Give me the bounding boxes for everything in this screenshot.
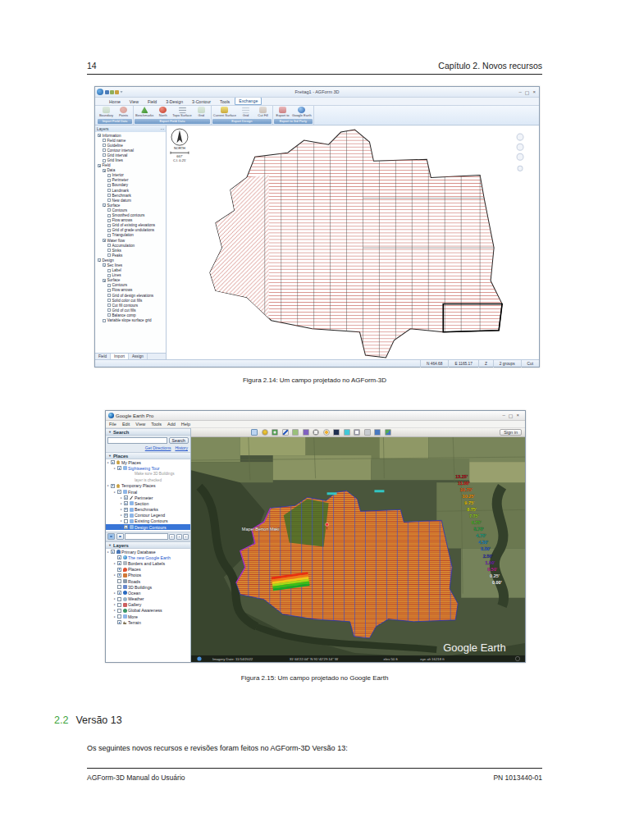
places-panel-header[interactable]: ▼ Places <box>106 452 190 459</box>
places-tree-item[interactable]: Existing Contours <box>106 518 190 524</box>
checkbox-icon[interactable] <box>117 614 121 619</box>
checkbox-icon[interactable] <box>107 229 111 232</box>
layers-tree-item[interactable]: More <box>106 614 190 619</box>
ribbon-tab[interactable]: Tools <box>216 98 234 105</box>
checkbox-icon[interactable] <box>117 620 121 624</box>
star-icon[interactable] <box>116 533 124 540</box>
checkbox-icon[interactable] <box>103 279 106 282</box>
ribbon-tab[interactable]: 3-Design <box>162 98 187 105</box>
ribbon-tab[interactable]: Home <box>105 98 125 105</box>
ribbon-tab[interactable]: 3-Contour <box>188 98 215 105</box>
layers-tree-item[interactable]: The new Google Earth <box>106 555 190 560</box>
checkbox-icon[interactable] <box>103 319 106 322</box>
ribbon-button[interactable]: Cut Fill <box>255 107 271 117</box>
overlay-icon[interactable] <box>292 429 299 436</box>
checkbox-icon[interactable] <box>103 203 106 207</box>
polygon-icon[interactable] <box>272 429 278 436</box>
minimize-button[interactable]: – <box>518 89 521 95</box>
checkbox-icon[interactable] <box>107 284 111 287</box>
checkbox-icon[interactable] <box>107 208 111 212</box>
print-icon[interactable] <box>364 429 371 436</box>
checkbox-icon[interactable] <box>107 299 111 302</box>
search-panel-header[interactable]: ▼ Search <box>106 428 190 436</box>
ribbon-button[interactable]: Topo Surface <box>172 107 192 117</box>
planets-icon[interactable] <box>333 429 340 436</box>
checkbox-icon[interactable] <box>98 258 101 262</box>
menu-item[interactable]: View <box>135 422 145 427</box>
checkbox-icon[interactable] <box>107 249 111 252</box>
checkbox-icon[interactable] <box>107 189 111 192</box>
checkbox-icon[interactable] <box>124 519 128 523</box>
panel-tab[interactable]: Import <box>111 354 129 359</box>
checkbox-icon[interactable] <box>107 269 111 272</box>
checkbox-icon[interactable] <box>124 501 128 505</box>
checkbox-icon[interactable] <box>107 313 111 317</box>
ribbon-button[interactable]: North <box>155 107 171 117</box>
checkbox-icon[interactable] <box>107 253 111 257</box>
checkbox-icon[interactable] <box>117 603 121 607</box>
checkbox-icon[interactable] <box>107 219 111 222</box>
layers-tree-item[interactable]: 3D Buildings <box>106 584 190 590</box>
layer-tree-item[interactable]: Variable slope surface grid <box>95 317 166 322</box>
path-icon[interactable] <box>282 429 289 436</box>
layers-panel-header[interactable]: ▼ Layers <box>106 541 190 549</box>
checkbox-icon[interactable] <box>117 466 121 470</box>
menu-item[interactable]: Add <box>167 422 176 427</box>
checkbox-icon[interactable] <box>107 234 111 237</box>
places-tree-item[interactable]: Design Contours <box>106 524 190 530</box>
checkbox-icon[interactable] <box>117 591 121 595</box>
layers-tree-item[interactable]: Photos <box>106 573 190 578</box>
checkbox-icon[interactable] <box>103 169 106 172</box>
checkbox-icon[interactable] <box>103 148 106 152</box>
checkbox-icon[interactable] <box>111 484 115 488</box>
minimize-button[interactable]: – <box>502 413 504 418</box>
search-places-icon[interactable] <box>107 533 115 540</box>
maximize-button[interactable]: ▢ <box>509 413 514 418</box>
ribbon-button[interactable]: Google Earth <box>292 107 312 117</box>
places-tree-item[interactable]: Final <box>106 489 190 495</box>
sign-in-button[interactable]: Sign in <box>500 429 522 436</box>
checkbox-icon[interactable] <box>103 263 106 267</box>
checkbox-icon[interactable] <box>107 289 111 292</box>
checkbox-icon[interactable] <box>103 144 106 147</box>
checkbox-icon[interactable] <box>107 214 111 217</box>
checkbox-icon[interactable] <box>124 508 128 512</box>
panel-tab[interactable]: Field <box>95 354 111 359</box>
checkbox-icon[interactable] <box>107 274 111 277</box>
checkbox-icon[interactable] <box>107 179 111 182</box>
close-button[interactable]: × <box>516 413 519 418</box>
checkbox-icon[interactable] <box>117 585 121 589</box>
checkbox-icon[interactable] <box>107 184 111 187</box>
checkbox-icon[interactable] <box>107 308 111 312</box>
close-button[interactable]: × <box>532 89 536 95</box>
ribbon-tab[interactable]: View <box>126 98 143 105</box>
maximize-button[interactable]: ▢ <box>525 89 530 95</box>
checkbox-icon[interactable] <box>111 460 115 464</box>
checkbox-icon[interactable] <box>117 555 121 559</box>
email-icon[interactable] <box>354 429 360 436</box>
design-canvas[interactable]: NORTH 667' C.I. 0.25' <box>167 126 539 359</box>
checkbox-icon[interactable] <box>117 609 121 613</box>
tour-icon[interactable] <box>303 429 309 436</box>
history-icon[interactable] <box>313 429 319 436</box>
checkbox-icon[interactable] <box>117 568 121 572</box>
add-icon[interactable] <box>169 534 175 540</box>
folder-icon[interactable] <box>183 534 189 540</box>
checkbox-icon[interactable] <box>98 164 101 167</box>
checkbox-icon[interactable] <box>117 573 121 578</box>
history-link[interactable]: History <box>175 445 188 450</box>
maps-icon[interactable] <box>385 429 391 436</box>
get-directions-link[interactable]: Get Directions <box>145 445 171 450</box>
places-tree-item[interactable]: My Places <box>106 459 190 465</box>
checkbox-icon[interactable] <box>107 194 111 197</box>
places-tree-item[interactable]: Section <box>106 500 190 506</box>
places-tree-item[interactable]: layer is checked <box>106 477 190 483</box>
layers-tree-item[interactable]: Global Awareness <box>106 608 190 614</box>
menu-item[interactable]: Edit <box>122 422 130 427</box>
search-button[interactable]: Search <box>169 437 189 444</box>
ribbon-button[interactable]: Points <box>116 107 131 117</box>
checkbox-icon[interactable] <box>98 134 101 137</box>
checkbox-icon[interactable] <box>107 304 111 307</box>
checkbox-icon[interactable] <box>107 294 111 297</box>
ribbon-button[interactable]: Current Surface <box>213 107 236 117</box>
